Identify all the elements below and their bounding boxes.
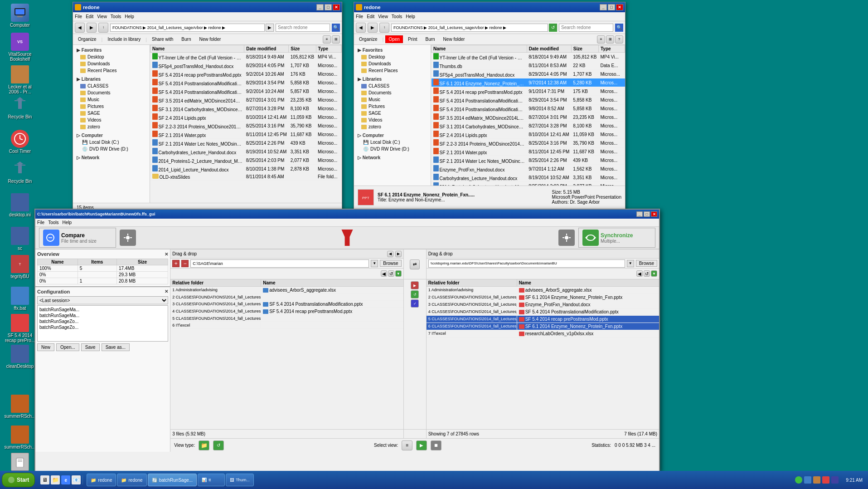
- ftp-left-file-row[interactable]: 6 IT\excel: [170, 322, 403, 329]
- nav-computer-right[interactable]: ▷ Computer: [354, 132, 431, 139]
- file-row-left[interactable]: SF 2.4 2014 Lipids.pptx8/10/2014 12:41 A…: [150, 113, 342, 122]
- search-btn-left[interactable]: 🔍: [332, 24, 340, 32]
- tray-icon3[interactable]: [813, 476, 820, 484]
- file-row-right[interactable]: SF 2.1 2014 Water.pptx8/11/2014 12:45 PM…: [432, 147, 625, 156]
- start-button[interactable]: Start: [2, 473, 35, 487]
- config-dropdown[interactable]: <Last session>: [37, 296, 168, 304]
- menu-edit-left[interactable]: Edit: [86, 14, 93, 19]
- sync-arrow-left2[interactable]: ↺: [388, 270, 394, 277]
- desktop-icon-ffx[interactable]: ffx.bat: [4, 287, 36, 311]
- arrow-left-right[interactable]: ◀: [387, 251, 393, 257]
- nav-sage-left[interactable]: SAGE: [73, 110, 150, 117]
- file-row-left[interactable]: SF 5.4 2014 PosttranslationalModificatio…: [150, 87, 342, 96]
- sync-settings-btn[interactable]: [558, 230, 575, 246]
- ftp-left-file-row[interactable]: 4 CLASSES\FOUNDATIONS\2014_fall_Lectures…: [170, 308, 403, 315]
- nav-zotero-right[interactable]: zotero: [354, 123, 431, 130]
- quick-launch-icon1[interactable]: 🖥: [40, 475, 49, 484]
- file-row-left[interactable]: SF 5.4 2014 PosttranslationalModificatio…: [150, 78, 342, 87]
- file-row-right[interactable]: SF 3.1 2014 Carbohydrates_MODsince2014Le…: [432, 122, 625, 130]
- taskbar-item-other2[interactable]: 🖼Thum...: [226, 474, 254, 486]
- config-list-item[interactable]: batchRunSageZo...: [39, 318, 167, 324]
- file-row-right[interactable]: Enzyme_ProtFxn_Handout.docx9/7/2014 1:12…: [432, 165, 625, 173]
- nav-libraries-left[interactable]: ▶ Libraries: [73, 76, 150, 83]
- file-row-right[interactable]: SF 5.4 2014 PosttranslationalModificatio…: [432, 104, 625, 113]
- nav-dvd-drive-left[interactable]: 💿DVD RW Drive (D:): [73, 146, 150, 152]
- burn-btn-left[interactable]: Burn: [178, 35, 194, 43]
- select-view-list[interactable]: ≡: [402, 440, 412, 450]
- file-row-right[interactable]: SF 3.5 2014 edMatrix_MODsince2014Lec.ppt…: [432, 113, 625, 122]
- path-input-left[interactable]: [190, 259, 369, 268]
- open-btn-right[interactable]: Open: [385, 35, 402, 43]
- col-size-left[interactable]: Size: [289, 45, 316, 53]
- config-list-item[interactable]: batchRunSageMa...: [39, 313, 167, 318]
- tray-icon1[interactable]: [795, 476, 802, 484]
- desktop-icon-computer[interactable]: Computer: [4, 4, 36, 28]
- file-row-left[interactable]: SF 2.1 2014 Water.pptx8/11/2014 12:45 PM…: [150, 130, 342, 139]
- config-list-item[interactable]: batchRunSageMa...: [39, 307, 167, 313]
- new-folder-btn-left[interactable]: New folder: [196, 35, 224, 43]
- nav-recent-places-right[interactable]: Recent Places: [354, 67, 431, 74]
- synchronize-btn[interactable]: Synchronize Multiple...: [578, 228, 655, 248]
- print-btn-right[interactable]: Print: [405, 35, 421, 43]
- desktop-icon-sf54[interactable]: SF 5.4 2014 recap prePro...: [4, 314, 36, 343]
- menu-tools-right[interactable]: Tools: [392, 14, 402, 19]
- ftp-maximize-btn[interactable]: □: [644, 211, 650, 217]
- overview-row[interactable]: 0%120.8 MB: [38, 278, 168, 284]
- nav-classes-right[interactable]: CLASSES: [354, 83, 431, 89]
- nav-local-disk-left[interactable]: 💾Local Disk (C:): [73, 139, 150, 146]
- quick-launch-icon3[interactable]: e: [61, 475, 70, 484]
- organize-btn-left[interactable]: Organize: [75, 35, 100, 43]
- view-toggle-right[interactable]: ≡ ⊞ ?: [597, 35, 623, 44]
- file-row-left[interactable]: YT-Inner Life of the Cell (Full Version …: [150, 53, 342, 61]
- ftp-menu-tools[interactable]: Tools: [48, 220, 58, 225]
- desktop-icon-tegrity[interactable]: T tegrityBU: [4, 255, 36, 279]
- file-row-right[interactable]: SF 2.4 2014 Lipids.pptx8/10/2014 12:41 A…: [432, 130, 625, 139]
- quick-launch-icon4[interactable]: 📧: [72, 475, 81, 484]
- taskbar-item-explorer2[interactable]: 📁 redone: [117, 474, 146, 486]
- ftp-right-file-row[interactable]: 2 CLASSES\FOUNDATIONS\2014_fall_Lectures…: [427, 294, 659, 301]
- sync-filter-left[interactable]: ▼: [395, 270, 402, 277]
- ftp-center-btn3[interactable]: ✓: [411, 299, 419, 308]
- sync-arrow-right1[interactable]: ◀: [636, 270, 643, 277]
- file-row-right[interactable]: SF 6.1 2014 Enzyme_Nonenz_Protein_Fxn.pp…: [432, 78, 625, 87]
- select-view-arrow[interactable]: ▶: [416, 440, 427, 450]
- file-row-left[interactable]: SF 5.4 2014 recap prePosttransMod.pptx9/…: [150, 70, 342, 78]
- overview-row[interactable]: 100%517.4MB: [38, 265, 168, 272]
- file-row-left[interactable]: SF 2.2-3 2014 Proteins_MODsince2014Lec.p…: [150, 122, 342, 130]
- organize-btn-right[interactable]: Organize: [356, 35, 381, 43]
- tray-icon2[interactable]: [804, 476, 811, 484]
- back-btn-left[interactable]: ◀: [75, 23, 85, 33]
- config-close-btn[interactable]: ✕: [165, 289, 168, 294]
- desktop-icon-summersch2[interactable]: summerRSch...: [4, 425, 36, 450]
- desktop-icon-lecker[interactable]: Lecker et al 2006 - Pr...: [4, 65, 36, 94]
- tray-icon5[interactable]: [831, 476, 839, 484]
- ftp-left-file-row[interactable]: 1 Administration\advising advisees_Arbor…: [170, 287, 403, 294]
- settings-btn[interactable]: [120, 230, 136, 246]
- nav-downloads-right[interactable]: Downloads: [354, 60, 431, 67]
- ftp-left-file-row[interactable]: 2 CLASSES\FOUNDATIONS\2014_fall_Lectures…: [170, 294, 403, 301]
- taskbar-item-ftp[interactable]: 🔄 batchRunSage...: [148, 474, 197, 486]
- desktop-icon-vitasource[interactable]: VS VitalSource Bookshelf: [4, 33, 36, 62]
- nav-dvd-drive-right[interactable]: 💿DVD RW Drive (D:): [354, 146, 431, 152]
- select-view-stop[interactable]: ⏹: [431, 440, 441, 450]
- close-btn-left[interactable]: ✕: [333, 4, 340, 10]
- ftp-right-file-row[interactable]: 3 CLASSES\FOUNDATIONS\2014_fall_Lectures…: [427, 301, 659, 308]
- file-row-left[interactable]: SF 3.1 2014 Carbohydrates_MODsince2014Le…: [150, 104, 342, 113]
- explorer-titlebar-right[interactable]: redone _ □ ✕: [354, 2, 625, 12]
- ftp-center-btn2[interactable]: ↺: [411, 290, 419, 298]
- nav-classes-left[interactable]: CLASSES: [73, 83, 150, 89]
- menu-file-right[interactable]: File: [356, 14, 363, 19]
- nav-music-left[interactable]: Music: [73, 96, 150, 103]
- config-open-btn[interactable]: Open...: [56, 343, 79, 351]
- menu-help-right[interactable]: Help: [406, 14, 415, 19]
- nav-recent-places-left[interactable]: Recent Places: [73, 67, 150, 74]
- sync-arrow-right2[interactable]: ↺: [644, 270, 650, 277]
- address-go-btn-left[interactable]: ▶: [266, 24, 274, 32]
- desktop-icon-sc[interactable]: sc: [4, 227, 36, 251]
- menu-edit-right[interactable]: Edit: [367, 14, 374, 19]
- new-folder-btn-right[interactable]: New folder: [440, 35, 468, 43]
- maximize-btn-right[interactable]: □: [608, 4, 615, 10]
- menu-help-left[interactable]: Help: [125, 14, 134, 19]
- burn-btn-right[interactable]: Burn: [422, 35, 438, 43]
- col-name-left[interactable]: Name: [150, 45, 244, 53]
